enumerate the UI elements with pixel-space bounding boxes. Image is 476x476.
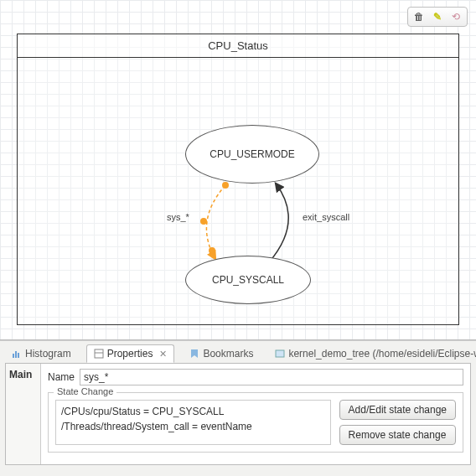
tab-label: kernel_demo_tree (/home/esideli/Eclipse-… <box>288 348 476 360</box>
canvas-toolbar: 🗑 ✎ ⟲ <box>407 7 468 27</box>
panel-body: Main Name State Change /CPUs/cpu/Status … <box>5 363 471 465</box>
name-label: Name <box>48 371 75 383</box>
tab-label: Properties <box>107 348 153 360</box>
view-tabs: Histogram Properties ✕ Bookmarks kernel_… <box>0 341 476 363</box>
diagram-canvas[interactable]: 🗑 ✎ ⟲ CPU_Status CPU_USERMODE <box>0 0 476 340</box>
state-cpu-syscall[interactable]: CPU_SYSCALL <box>185 256 311 304</box>
tab-label: Bookmarks <box>203 348 253 360</box>
close-icon[interactable]: ✕ <box>159 349 167 360</box>
tab-bookmarks[interactable]: Bookmarks <box>183 345 260 362</box>
svg-rect-3 <box>13 354 14 358</box>
list-item[interactable]: /CPUs/cpu/Status = CPU_SYSCALL <box>61 404 325 419</box>
link-icon[interactable]: ⟲ <box>448 9 463 24</box>
state-change-list[interactable]: /CPUs/cpu/Status = CPU_SYSCALL /Threads/… <box>55 400 331 445</box>
tab-label: Histogram <box>25 348 71 360</box>
svg-point-0 <box>222 182 229 189</box>
list-item[interactable]: /Threads/thread/System_call = eventName <box>61 419 325 434</box>
svg-rect-4 <box>15 351 17 358</box>
tab-kernel-demo[interactable]: kernel_demo_tree (/home/esideli/Eclipse-… <box>268 345 476 362</box>
properties-icon <box>94 349 104 359</box>
edit-icon[interactable]: ✎ <box>430 9 445 24</box>
side-tab-main[interactable]: Main <box>6 364 41 464</box>
transition-label-exit[interactable]: exit_syscall <box>303 212 349 222</box>
svg-rect-6 <box>95 349 103 358</box>
transition-label-sys[interactable]: sys_* <box>167 212 189 222</box>
form-area: Name State Change /CPUs/cpu/Status = CPU… <box>41 364 470 464</box>
remove-button[interactable]: Remove state change <box>339 425 456 445</box>
state-cpu-usermode[interactable]: CPU_USERMODE <box>185 125 319 184</box>
state-label: CPU_SYSCALL <box>212 274 284 286</box>
svg-rect-5 <box>18 353 19 358</box>
state-label: CPU_USERMODE <box>210 148 294 160</box>
bookmarks-icon <box>189 349 199 359</box>
tab-histogram[interactable]: Histogram <box>5 345 78 362</box>
svg-rect-8 <box>276 350 284 357</box>
svg-point-2 <box>209 247 215 254</box>
fieldset-legend: State Change <box>54 386 116 396</box>
file-icon <box>275 349 285 359</box>
properties-panel: Histogram Properties ✕ Bookmarks kernel_… <box>0 340 476 476</box>
name-input[interactable] <box>80 369 463 385</box>
tab-properties[interactable]: Properties ✕ <box>86 344 175 363</box>
histogram-icon <box>12 349 22 359</box>
state-machine-container[interactable]: CPU_Status CPU_USERMODE CPU_SYSCALL <box>17 34 459 325</box>
svg-point-1 <box>200 218 207 225</box>
container-title: CPU_Status <box>18 34 458 58</box>
delete-icon[interactable]: 🗑 <box>411 9 427 24</box>
add-edit-button[interactable]: Add/Edit state change <box>339 400 456 420</box>
state-change-fieldset: State Change /CPUs/cpu/Status = CPU_SYSC… <box>48 392 463 453</box>
